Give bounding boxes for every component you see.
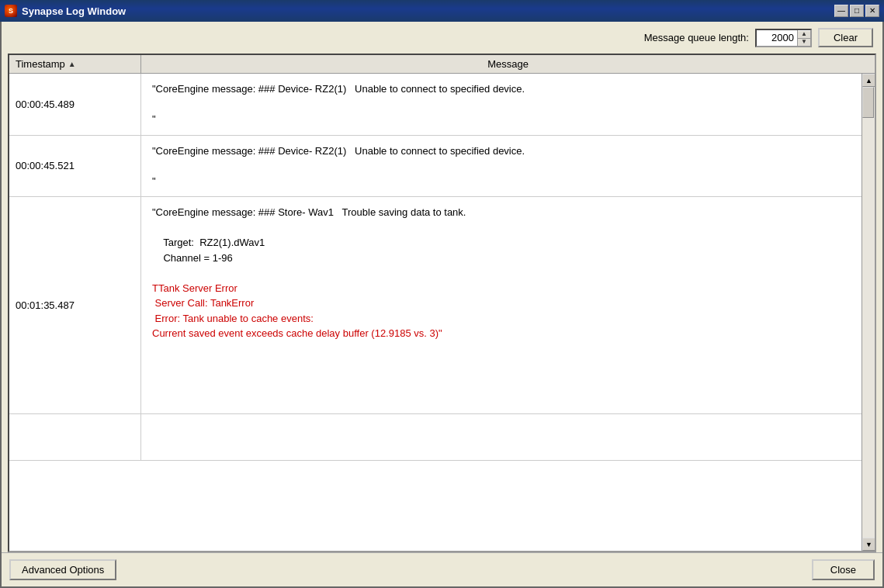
table-row: 00:00:45.489 "CoreEngine message: ### De… [9, 74, 861, 136]
vertical-scrollbar[interactable]: ▲ ▼ [861, 74, 875, 551]
app-icon: S [5, 5, 17, 17]
table-body[interactable]: 00:00:45.489 "CoreEngine message: ### De… [9, 74, 861, 551]
scroll-down-button[interactable]: ▼ [862, 538, 875, 551]
timestamp-cell: 00:01:35.487 [9, 197, 141, 413]
table-body-container: 00:00:45.489 "CoreEngine message: ### De… [9, 74, 875, 551]
table-row: 00:01:35.487 "CoreEngine message: ### St… [9, 197, 861, 414]
clear-button[interactable]: Clear [818, 28, 873, 47]
close-window-button[interactable]: ✕ [865, 5, 879, 17]
table-header: Timestamp ▲ Message [9, 55, 875, 74]
bottom-bar: Advanced Options Close [2, 552, 882, 586]
timestamp-cell: 00:00:45.521 [9, 136, 141, 197]
timestamp-column-header: Timestamp ▲ [9, 55, 141, 73]
table-row-empty [9, 414, 861, 461]
spinner-buttons: ▲ ▼ [797, 30, 810, 46]
spinner-up-button[interactable]: ▲ [798, 30, 810, 38]
error-text: TTank Server Error [152, 281, 851, 296]
message-cell: "CoreEngine message: ### Device- RZ2(1) … [141, 74, 861, 135]
close-button[interactable]: Close [812, 559, 875, 580]
scroll-up-button[interactable]: ▲ [862, 74, 875, 87]
window-title: Synapse Log Window [22, 5, 834, 17]
spinner-down-button[interactable]: ▼ [798, 38, 810, 46]
restore-button[interactable]: □ [850, 5, 864, 17]
advanced-options-button[interactable]: Advanced Options [9, 559, 116, 580]
message-cell-empty [141, 414, 861, 460]
message-column-header: Message [141, 55, 875, 73]
queue-length-label: Message queue length: [644, 32, 749, 43]
timestamp-cell: 00:00:45.489 [9, 74, 141, 135]
scroll-thumb[interactable] [862, 87, 874, 118]
log-table: Timestamp ▲ Message 00:00:45.489 "CoreEn… [8, 54, 876, 552]
queue-length-input[interactable] [757, 30, 797, 46]
timestamp-cell-empty [9, 414, 141, 460]
sort-arrow-icon: ▲ [68, 60, 76, 68]
scroll-track[interactable] [862, 87, 875, 538]
message-cell: "CoreEngine message: ### Device- RZ2(1) … [141, 136, 861, 197]
main-window: Message queue length: ▲ ▼ Clear Timestam… [0, 22, 884, 588]
window-controls: — □ ✕ [834, 5, 879, 17]
message-cell: "CoreEngine message: ### Store- Wav1 Tro… [141, 197, 861, 413]
table-row: 00:00:45.521 "CoreEngine message: ### De… [9, 136, 861, 198]
title-bar: S Synapse Log Window — □ ✕ [0, 0, 884, 22]
toolbar: Message queue length: ▲ ▼ Clear [2, 22, 882, 54]
queue-spinner[interactable]: ▲ ▼ [755, 29, 812, 47]
minimize-button[interactable]: — [834, 5, 848, 17]
